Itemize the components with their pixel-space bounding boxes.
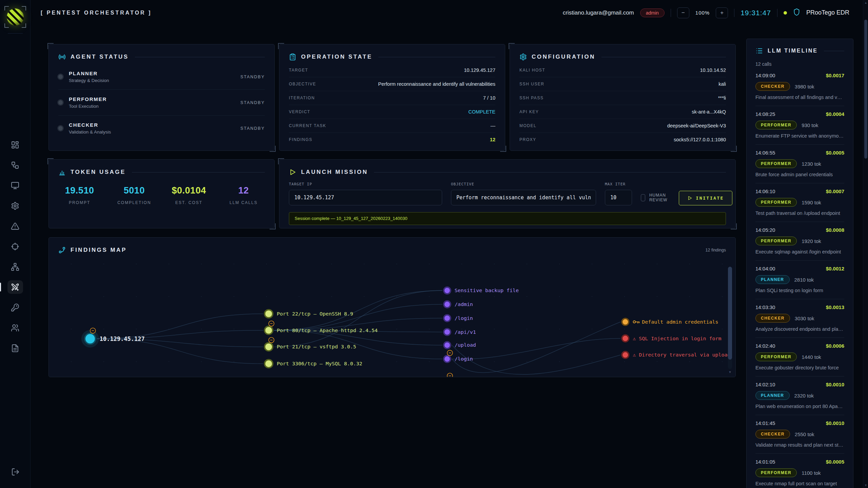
- sidebar-item-settings[interactable]: [7, 199, 23, 212]
- sidebar-item-monitor[interactable]: [7, 179, 23, 192]
- graph-node-login2[interactable]: [444, 355, 451, 362]
- entry-time: 14:05:20: [755, 227, 775, 233]
- gear-icon: [11, 202, 19, 210]
- graph-node-trav[interactable]: [622, 351, 629, 358]
- graph-node-cred[interactable]: [622, 319, 629, 325]
- timeline-entry[interactable]: 14:06:10$0.0007PERFORMER1590 tokTest pat…: [755, 183, 844, 222]
- entry-cost: $0.0010: [826, 382, 844, 387]
- info-row: API KEYsk-ant-a...X4kQ: [519, 105, 726, 119]
- sidebar-item-credentials[interactable]: [7, 301, 23, 314]
- human-review-checkbox[interactable]: [641, 194, 645, 201]
- sidebar-item-network[interactable]: [7, 260, 23, 273]
- collapse-badge[interactable]: [90, 328, 96, 333]
- logout-button[interactable]: [7, 465, 23, 479]
- graph-edge: [97, 314, 263, 339]
- scrollbar-thumb[interactable]: [864, 20, 867, 159]
- stat-value: $0.0104: [162, 185, 216, 196]
- graph-node-host[interactable]: [85, 333, 96, 344]
- llm-timeline-panel: LLM TIMELINE 12 calls 14:09:00$0.0017CHE…: [746, 39, 853, 488]
- scroll-up-arrow[interactable]: ▲: [863, 1, 868, 4]
- crosshair-icon: [11, 242, 19, 251]
- sidebar-item-users[interactable]: [7, 321, 23, 334]
- info-label: SSH USER: [519, 82, 544, 86]
- graph-node-label: Port 22/tcp — OpenSSH 8.9: [277, 311, 353, 317]
- timeline-entry[interactable]: 14:04:00$0.0012PLANNER2810 tokPlan SQLi …: [755, 261, 844, 299]
- collapse-badge[interactable]: [447, 373, 453, 377]
- entry-time: 14:04:00: [755, 266, 775, 271]
- timeline-entry[interactable]: 14:01:45$0.0010CHECKER2550 tokValidate n…: [755, 415, 844, 454]
- zoom-in-button[interactable]: +: [716, 7, 728, 18]
- agent-badge: PERFORMER: [755, 121, 797, 129]
- map-scrollbar[interactable]: [728, 267, 732, 369]
- sidebar-item-targets[interactable]: [7, 240, 23, 253]
- dashboard-icon: [11, 141, 19, 149]
- hierarchy-icon: [11, 263, 19, 271]
- graph-node-p22[interactable]: [264, 310, 273, 318]
- graph-node-login1[interactable]: [444, 315, 451, 322]
- scroll-down-arrow[interactable]: ▼: [863, 484, 868, 487]
- graph-node-upload[interactable]: [444, 342, 451, 349]
- timeline-entry[interactable]: 14:06:55$0.0005PERFORMER1230 tokBrute fo…: [755, 145, 844, 183]
- timeline-entry[interactable]: 14:09:00$0.0017CHECKER3980 tokFinal asse…: [755, 67, 844, 106]
- timeline-entry[interactable]: 14:03:30$0.0013CHECKER3030 tokAnalyze di…: [755, 299, 844, 338]
- max-iter-input[interactable]: [605, 190, 632, 205]
- info-label: VERDICT: [289, 109, 310, 114]
- app-logo[interactable]: [4, 6, 26, 28]
- timeline-entry[interactable]: 14:05:20$0.0008PERFORMER1920 tokExecute …: [755, 222, 844, 261]
- entry-tokens: 930 tok: [802, 122, 818, 128]
- info-row: TARGET10.129.45.127: [289, 63, 495, 77]
- entry-cost: $0.0005: [826, 150, 844, 156]
- timeline-entry[interactable]: 14:02:40$0.0006PERFORMER1440 tokExecute …: [755, 338, 844, 377]
- sidebar-item-dashboard[interactable]: [7, 138, 23, 151]
- info-row: FINDINGS12: [289, 133, 495, 146]
- agent-state-badge: STANDBY: [240, 75, 265, 79]
- target-ip-input[interactable]: [289, 190, 442, 205]
- agent-role: Tool Execution: [69, 104, 107, 109]
- sidebar-item-pentest[interactable]: [7, 280, 23, 294]
- panel-title: OPERATION STATE: [301, 54, 372, 60]
- map-scroll-down-arrow[interactable]: ▼: [728, 370, 732, 374]
- logout-icon: [11, 468, 20, 476]
- panel-title: TOKEN USAGE: [71, 169, 126, 176]
- entry-cost: $0.0008: [826, 227, 844, 233]
- graph-node-backup[interactable]: [444, 287, 451, 294]
- agent-badge: PERFORMER: [755, 468, 797, 477]
- page-scrollbar[interactable]: ▲ ▼: [863, 0, 868, 488]
- graph-node-api[interactable]: [444, 329, 451, 336]
- info-value: socks5://127.0.0.1:1080: [674, 137, 726, 142]
- initiate-button[interactable]: INITIATE: [679, 191, 732, 205]
- token-stat: 5010COMPLETION: [107, 185, 161, 205]
- graph-node-label: /api/v1: [455, 329, 476, 335]
- sidebar-item-workflow[interactable]: [7, 158, 23, 172]
- info-row: SSH USERkali: [519, 77, 726, 91]
- objective-input[interactable]: [451, 190, 596, 205]
- bar-chart-icon: [58, 168, 66, 176]
- panel-title: FINDINGS MAP: [71, 247, 127, 253]
- sidebar-item-reports[interactable]: [7, 341, 23, 355]
- clock: 19:31:47: [741, 9, 771, 17]
- graph-node-p80[interactable]: [264, 326, 273, 334]
- entry-cost: $0.0007: [826, 188, 844, 194]
- entry-time: 14:06:10: [755, 188, 775, 194]
- collapse-badge[interactable]: [269, 321, 274, 326]
- graph-node-label: 10.129.45.127: [100, 336, 145, 342]
- entry-description: Validate nmap results and plan next step…: [755, 442, 844, 448]
- graph-node-label: ⚠ Directory traversal via upload: [633, 352, 730, 358]
- graph-node-admin[interactable]: [444, 301, 451, 308]
- entry-description: Final assessment of all findings and ver…: [755, 95, 844, 100]
- zoom-out-button[interactable]: −: [677, 7, 689, 18]
- collapse-badge[interactable]: [447, 350, 453, 355]
- collapse-badge[interactable]: [269, 338, 274, 343]
- graph-node-sqli[interactable]: [622, 335, 629, 342]
- play-icon: [687, 196, 692, 201]
- agent-badge: PERFORMER: [755, 159, 797, 168]
- graph-edge: [452, 322, 621, 373]
- graph-node-p21[interactable]: [264, 343, 273, 351]
- shield-icon: [793, 8, 800, 17]
- timeline-entry[interactable]: 14:08:25$0.0004PERFORMER930 tokEnumerate…: [755, 106, 844, 145]
- graph-node-p3306[interactable]: [264, 360, 273, 368]
- sidebar-item-alerts[interactable]: [7, 219, 23, 233]
- timeline-entry[interactable]: 14:01:05$0.0005PERFORMER1100 tokExecute …: [755, 454, 844, 488]
- timeline-entry[interactable]: 14:02:10$0.0010PLANNER2320 tokPlan web e…: [755, 377, 844, 415]
- info-row: VERDICTCOMPLETE: [289, 105, 495, 119]
